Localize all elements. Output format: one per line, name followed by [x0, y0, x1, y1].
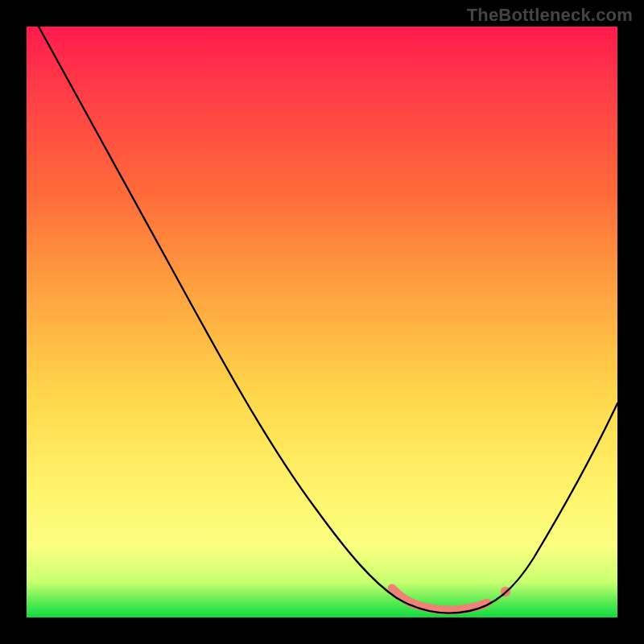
highlight-segment: [392, 588, 487, 610]
curve-overlay: [27, 27, 617, 617]
plot-area: [27, 27, 617, 617]
chart-frame: TheBottleneck.com: [0, 0, 644, 644]
bottleneck-curve: [39, 27, 617, 613]
watermark-text: TheBottleneck.com: [467, 5, 633, 26]
